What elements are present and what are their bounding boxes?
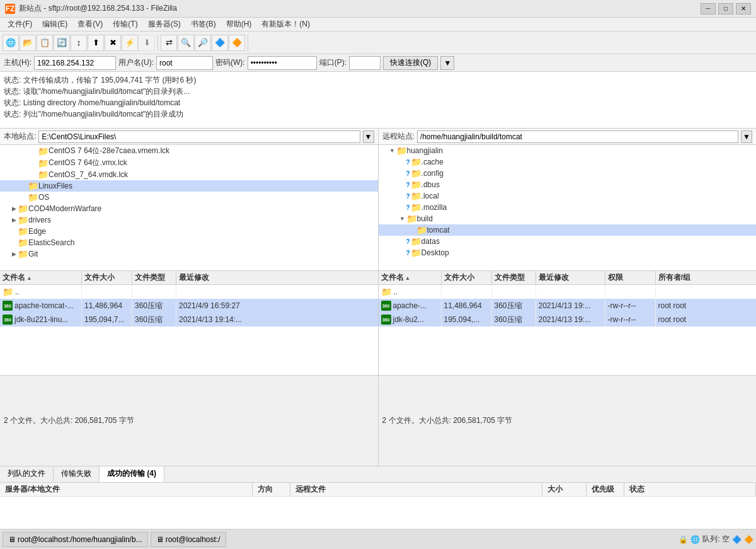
tree-item-lck2[interactable]: 📁 CentOS 7 64位.vmx.lck (0, 157, 378, 169)
remote-file-list[interactable]: 📁.. 360apache-... 11,486,964 360压缩 2021/… (379, 285, 757, 375)
menu-edit[interactable]: 编辑(E) (37, 18, 72, 31)
col-filetype[interactable]: 文件类型 (132, 271, 176, 284)
col-perms[interactable]: 权限 (605, 271, 656, 284)
port-input[interactable] (349, 56, 381, 70)
tree-item-local[interactable]: ? 📁 .local (379, 190, 757, 202)
col-filename[interactable]: 文件名▲ (0, 271, 82, 284)
tree-item-cache[interactable]: ? 📁 .cache (379, 156, 757, 168)
col-owner[interactable]: 所有者/组 (656, 271, 757, 284)
expander[interactable] (399, 181, 406, 188)
tab-queue[interactable]: 列队的文件 (0, 466, 54, 482)
expander[interactable] (399, 170, 406, 177)
menu-transfer[interactable]: 传输(T) (108, 18, 142, 31)
tree-item-lck3[interactable]: 📁 CentOS_7_64.vmdk.lck (0, 169, 378, 180)
expander[interactable] (409, 226, 416, 234)
toolbar-btn2[interactable]: 📂 (20, 35, 36, 51)
tree-item-huangjialin[interactable]: ▼ 📁 huangjialin (379, 145, 757, 156)
tree-item-elastic[interactable]: 📁 ElasticSearch (0, 237, 378, 248)
toolbar-btn3[interactable]: 📋 (37, 35, 53, 51)
expander[interactable] (30, 147, 38, 155)
remote-file-row-parent[interactable]: 📁.. (379, 285, 757, 299)
expander[interactable] (399, 158, 406, 166)
expander[interactable] (30, 159, 38, 167)
tree-item-git[interactable]: ▶ 📁 Git (0, 248, 378, 260)
expander[interactable] (20, 194, 28, 201)
menu-bookmark[interactable]: 书签(B) (186, 18, 221, 31)
expander[interactable] (399, 192, 406, 200)
col-modified[interactable]: 最近修改 (536, 271, 605, 284)
expander[interactable] (399, 249, 406, 257)
menu-view[interactable]: 查看(V) (72, 18, 108, 31)
taskbar-btn-2[interactable]: 🖥 root@localhost:/ (151, 532, 226, 547)
tree-item-linuxfiles[interactable]: 📁 LinuxFiles (0, 180, 378, 192)
menu-server[interactable]: 服务器(S) (143, 18, 186, 31)
menu-newversion[interactable]: 有新版本！(N) (256, 18, 315, 31)
expander[interactable]: ▶ (10, 205, 18, 212)
toolbar-speed2[interactable]: 🔶 (229, 35, 245, 51)
toolbar-search[interactable]: 🔍 (178, 35, 194, 51)
tree-item-desktop[interactable]: ? 📁 Desktop (379, 247, 757, 258)
toolbar-sync[interactable]: ⇄ (161, 35, 177, 51)
tree-item-config[interactable]: ? 📁 .config (379, 168, 757, 179)
local-tree-scroll[interactable]: 📁 CentOS 7 64位-28e7caea.vmem.lck 📁 CentO… (0, 145, 378, 270)
expander[interactable] (399, 238, 406, 245)
tree-item-mozilla[interactable]: ? 📁 .mozilla (379, 202, 757, 213)
tree-item-dbus[interactable]: ? 📁 .dbus (379, 179, 757, 190)
col-filename[interactable]: 文件名▲ (379, 271, 442, 284)
expander[interactable] (10, 239, 18, 246)
expander[interactable]: ▼ (389, 147, 396, 154)
toolbar-filter[interactable]: 🔎 (195, 35, 211, 51)
toolbar-btn6[interactable]: ⬆ (88, 35, 104, 51)
remote-path-input[interactable] (417, 130, 738, 143)
expander[interactable] (399, 204, 406, 211)
remote-file-row-jdk[interactable]: 360jdk-8u2... 195,094,... 360压缩 2021/4/1… (379, 313, 757, 327)
tree-item-drivers[interactable]: ▶ 📁 drivers (0, 214, 378, 226)
local-file-row-parent[interactable]: 📁.. (0, 285, 378, 299)
toolbar-btn8[interactable]: ⚡ (122, 35, 138, 51)
col-filesize[interactable]: 文件大小 (442, 271, 492, 284)
remote-tree-scroll[interactable]: ▼ 📁 huangjialin ? 📁 .cache ? (379, 145, 757, 270)
tree-item-tomcat[interactable]: 📁 tomcat (379, 224, 757, 236)
tree-item-datas[interactable]: ? 📁 datas (379, 236, 757, 247)
pass-input[interactable] (248, 56, 317, 70)
tree-item-edge[interactable]: 📁 Edge (0, 226, 378, 237)
taskbar-btn-1[interactable]: 🖥 root@localhost:/home/huangjialin/b... (3, 532, 148, 547)
expander[interactable]: ▶ (10, 216, 18, 224)
minimize-button[interactable]: ─ (701, 3, 716, 14)
local-file-list[interactable]: 📁.. 360apache-tomcat-... 11,486,964 360压… (0, 285, 378, 375)
expander[interactable] (30, 171, 38, 178)
toolbar-speed[interactable]: 🔷 (212, 35, 228, 51)
host-input[interactable] (34, 56, 116, 70)
local-tree[interactable]: 📁 CentOS 7 64位-28e7caea.vmem.lck 📁 CentO… (0, 145, 378, 271)
local-file-row-jdk[interactable]: 360jdk-8u221-linu... 195,094,7... 360压缩 … (0, 313, 378, 327)
local-file-row-tomcat[interactable]: 360apache-tomcat-... 11,486,964 360压缩 20… (0, 299, 378, 313)
connect-dropdown[interactable]: ▼ (440, 56, 454, 70)
toolbar-cancel[interactable]: ✖ (105, 35, 121, 51)
user-input[interactable] (156, 56, 213, 70)
tree-item-os[interactable]: 📁 OS (0, 192, 378, 203)
expander[interactable]: ▶ (10, 250, 18, 258)
toolbar-btn9[interactable]: ⬇ (139, 35, 155, 51)
col-modified[interactable]: 最近修改 (176, 271, 378, 284)
remote-tree[interactable]: ▼ 📁 huangjialin ? 📁 .cache ? (379, 145, 757, 271)
close-button[interactable]: ✕ (736, 3, 751, 14)
menu-help[interactable]: 帮助(H) (221, 18, 257, 31)
toolbar-btn4[interactable]: 🔄 (54, 35, 70, 51)
connect-button[interactable]: 快速连接(Q) (383, 56, 438, 70)
menu-file[interactable]: 文件(F) (3, 18, 37, 31)
col-filesize[interactable]: 文件大小 (82, 271, 132, 284)
tree-item-cod4[interactable]: ▶ 📁 COD4ModernWarfare (0, 203, 378, 214)
remote-path-dropdown[interactable]: ▼ (741, 130, 752, 143)
maximize-button[interactable]: □ (718, 3, 733, 14)
local-path-input[interactable] (38, 130, 360, 143)
tab-failed[interactable]: 传输失败 (54, 466, 100, 482)
col-filetype[interactable]: 文件类型 (492, 271, 536, 284)
expander[interactable] (10, 228, 18, 235)
toolbar-btn5[interactable]: ↕ (71, 35, 87, 51)
local-path-dropdown[interactable]: ▼ (363, 130, 374, 143)
toolbar-new-site[interactable]: 🌐 (3, 35, 19, 51)
tree-item-lck1[interactable]: 📁 CentOS 7 64位-28e7caea.vmem.lck (0, 145, 378, 157)
remote-file-row-apache[interactable]: 360apache-... 11,486,964 360压缩 2021/4/13… (379, 299, 757, 313)
expander[interactable] (20, 182, 28, 190)
tree-item-build[interactable]: ▼ 📁 build (379, 213, 757, 224)
